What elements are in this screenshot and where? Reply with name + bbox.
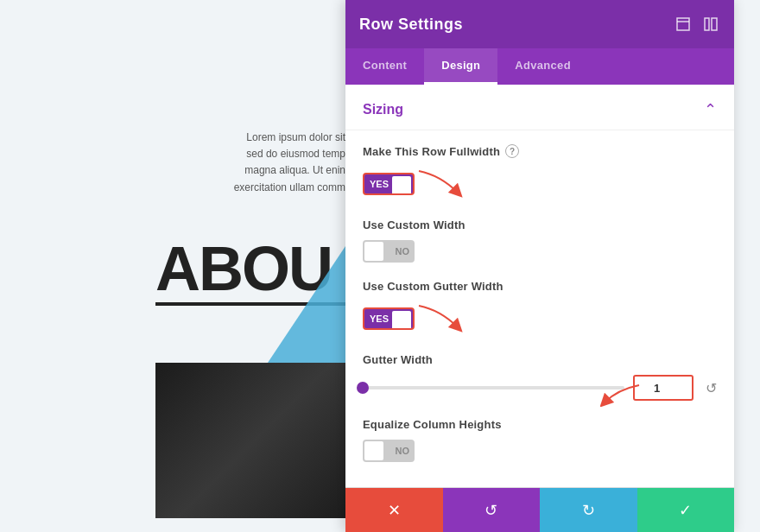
gutter-width-slider-row: ↺ xyxy=(363,375,717,401)
redo-button[interactable]: ↻ xyxy=(540,488,637,532)
fullwidth-help-icon[interactable]: ? xyxy=(505,144,519,158)
svg-rect-2 xyxy=(705,18,709,30)
dark-photo-inner xyxy=(155,363,345,518)
fullwidth-toggle-label: YES xyxy=(370,179,389,189)
page-content-area: Lorem ipsum dolor sit sed do eiusmod tem… xyxy=(0,0,345,532)
equalize-heights-label: Equalize Column Heights xyxy=(363,418,717,431)
panel-header-icons xyxy=(674,15,720,34)
dark-photo xyxy=(155,363,345,518)
fullwidth-arrow-annotation xyxy=(415,167,466,201)
panel-header: Row Settings xyxy=(345,0,734,48)
lorem-text: Lorem ipsum dolor sit sed do eiusmod tem… xyxy=(233,130,345,196)
svg-rect-3 xyxy=(712,18,717,30)
gutter-width-label: Gutter Width xyxy=(363,353,717,366)
setting-equalize-heights: Equalize Column Heights NO xyxy=(363,418,717,462)
panel-toolbar: ✕ ↺ ↻ ✓ xyxy=(345,487,734,532)
equalize-heights-toggle-knob xyxy=(364,441,383,460)
panel-body: Sizing ⌃ Make This Row Fullwidth ? YES xyxy=(345,85,734,487)
expand-icon[interactable] xyxy=(674,15,693,34)
save-button[interactable]: ✓ xyxy=(637,488,735,532)
tab-content[interactable]: Content xyxy=(345,48,424,85)
fullwidth-toggle[interactable]: YES xyxy=(363,173,415,195)
custom-gutter-arrow-annotation xyxy=(415,301,466,336)
equalize-heights-toggle-label: NO xyxy=(396,446,410,456)
sizing-section-toggle[interactable]: ⌃ xyxy=(704,100,717,119)
custom-width-toggle[interactable]: NO xyxy=(363,240,415,263)
setting-fullwidth: Make This Row Fullwidth ? YES xyxy=(363,144,717,201)
custom-gutter-label-text: Use Custom Gutter Width xyxy=(363,280,504,293)
setting-gutter-width: Gutter Width ↺ xyxy=(363,353,717,401)
gutter-width-label-text: Gutter Width xyxy=(363,353,433,366)
custom-gutter-label: Use Custom Gutter Width xyxy=(363,280,717,293)
setting-custom-gutter: Use Custom Gutter Width YES xyxy=(363,280,717,336)
panel-tabs: Content Design Advanced xyxy=(345,48,734,85)
custom-width-label: Use Custom Width xyxy=(363,218,717,231)
blue-triangle-decoration xyxy=(268,233,345,363)
svg-rect-0 xyxy=(677,18,689,30)
custom-width-toggle-label: NO xyxy=(396,246,410,256)
tab-advanced[interactable]: Advanced xyxy=(497,48,588,85)
row-settings-panel: Row Settings Content Design Advanced xyxy=(345,0,734,532)
fullwidth-label-text: Make This Row Fullwidth xyxy=(363,145,500,158)
undo-button[interactable]: ↺ xyxy=(443,488,541,532)
equalize-heights-label-text: Equalize Column Heights xyxy=(363,418,502,431)
equalize-heights-toggle[interactable]: NO xyxy=(363,440,415,462)
gutter-width-reset-icon[interactable]: ↺ xyxy=(706,380,717,396)
custom-gutter-toggle[interactable]: YES xyxy=(363,307,415,330)
gutter-width-slider-track[interactable] xyxy=(363,386,624,390)
custom-gutter-toggle-knob xyxy=(392,311,411,330)
custom-width-toggle-knob xyxy=(364,242,383,261)
columns-icon[interactable] xyxy=(701,15,720,34)
tab-design[interactable]: Design xyxy=(424,48,497,85)
custom-gutter-toggle-row: YES xyxy=(363,301,717,336)
fullwidth-label: Make This Row Fullwidth ? xyxy=(363,144,717,158)
panel-title: Row Settings xyxy=(359,16,463,34)
gutter-arrow-annotation xyxy=(600,381,643,407)
fullwidth-toggle-row: YES xyxy=(363,167,717,201)
fullwidth-toggle-knob xyxy=(392,176,411,195)
setting-custom-width: Use Custom Width NO xyxy=(363,218,717,263)
gutter-width-slider-thumb[interactable] xyxy=(357,382,369,394)
cancel-button[interactable]: ✕ xyxy=(345,488,443,532)
sizing-section-title: Sizing xyxy=(363,102,403,117)
custom-width-label-text: Use Custom Width xyxy=(363,218,466,231)
sizing-section-header: Sizing ⌃ xyxy=(345,85,734,130)
custom-gutter-toggle-label: YES xyxy=(370,314,389,324)
sizing-settings-content: Make This Row Fullwidth ? YES xyxy=(345,130,734,487)
